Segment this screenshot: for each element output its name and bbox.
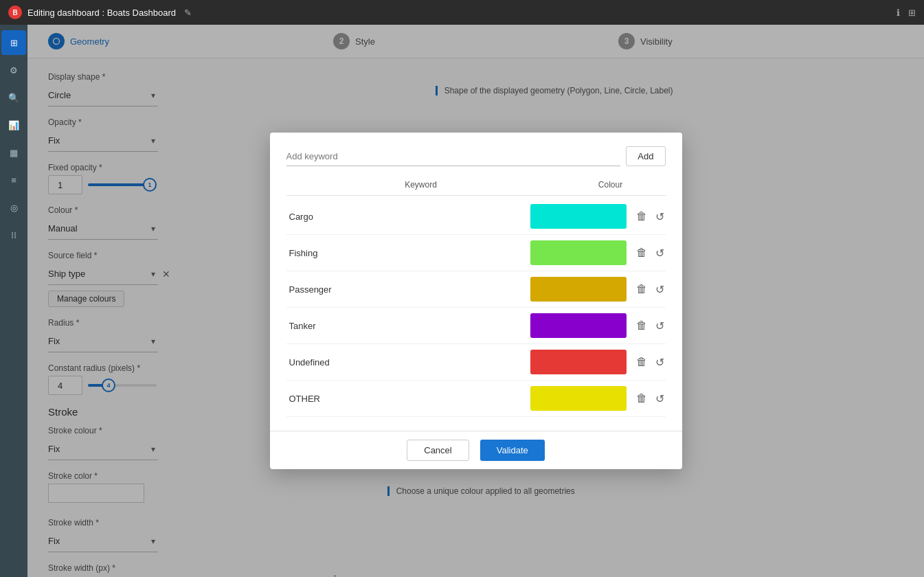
kw-delete-5[interactable]: 🗑 <box>635 391 649 406</box>
main-content: Geometry 2 Style 3 Visibility Display sh… <box>27 25 924 577</box>
kw-delete-2[interactable]: 🗑 <box>635 282 649 297</box>
col-keyword-header: Keyword <box>286 180 556 190</box>
cancel-button[interactable]: Cancel <box>407 440 469 461</box>
kw-color-box-0[interactable] <box>530 204 627 229</box>
kw-actions-0: 🗑 ↺ <box>635 209 666 225</box>
page-title: Editing dashboard : Boats Dashboard <box>27 8 176 18</box>
kw-row-3: Tanker 🗑 ↺ <box>286 308 666 344</box>
edit-icon[interactable]: ✎ <box>184 8 192 18</box>
kw-reset-2[interactable]: ↺ <box>654 282 666 297</box>
modal-footer: Cancel Validate <box>270 431 682 469</box>
keyword-input-row: Add <box>286 146 666 166</box>
kw-actions-2: 🗑 ↺ <box>635 282 666 297</box>
sidebar-item-target[interactable]: ◎ <box>1 195 26 220</box>
kw-actions-5: 🗑 ↺ <box>635 391 666 407</box>
kw-row-4: Undefined 🗑 ↺ <box>286 344 666 381</box>
keyword-rows-container: Cargo 🗑 ↺ Fishing 🗑 ↺ Passenger 🗑 ↺ Tank… <box>286 199 666 417</box>
validate-button[interactable]: Validate <box>480 440 545 461</box>
add-keyword-input[interactable] <box>286 147 621 166</box>
sidebar-item-dashboard[interactable]: ⊞ <box>1 30 26 55</box>
kw-reset-0[interactable]: ↺ <box>654 209 666 225</box>
keyword-colour-modal: Add Keyword Colour Cargo 🗑 ↺ Fishing 🗑 ↺ <box>270 133 682 469</box>
kw-actions-3: 🗑 ↺ <box>635 318 666 334</box>
sidebar-item-settings[interactable]: ⚙ <box>1 58 26 82</box>
kw-label-0: Cargo <box>286 212 530 222</box>
kw-actions-4: 🗑 ↺ <box>635 354 666 370</box>
kw-reset-3[interactable]: ↺ <box>654 318 666 334</box>
sidebar-item-grid[interactable]: ▦ <box>1 140 26 165</box>
top-bar: B Editing dashboard : Boats Dashboard ✎ … <box>0 0 924 25</box>
kw-label-5: OTHER <box>286 394 530 404</box>
kw-color-box-3[interactable] <box>530 313 627 338</box>
sidebar-item-modules[interactable]: ⁞⁞ <box>1 223 26 247</box>
layout: ⊞ ⚙ 🔍 📊 ▦ ≡ ◎ ⁞⁞ Geometry 2 Style 3 Visi… <box>0 25 924 577</box>
kw-delete-4[interactable]: 🗑 <box>635 354 649 370</box>
app-icon: B <box>8 5 22 19</box>
modal-body: Add Keyword Colour Cargo 🗑 ↺ Fishing 🗑 ↺ <box>270 133 682 431</box>
info-icon[interactable]: ℹ <box>897 8 900 18</box>
grid-icon[interactable]: ⊞ <box>908 8 916 18</box>
modal-overlay[interactable]: Add Keyword Colour Cargo 🗑 ↺ Fishing 🗑 ↺ <box>27 25 924 577</box>
kw-label-2: Passenger <box>286 284 530 295</box>
kw-reset-1[interactable]: ↺ <box>654 245 666 261</box>
top-bar-right: ℹ ⊞ <box>897 8 916 18</box>
kw-row-2: Passenger 🗑 ↺ <box>286 271 666 308</box>
kw-reset-5[interactable]: ↺ <box>654 391 666 407</box>
kw-delete-1[interactable]: 🗑 <box>635 245 649 260</box>
kw-delete-3[interactable]: 🗑 <box>635 318 649 333</box>
kw-delete-0[interactable]: 🗑 <box>635 209 649 224</box>
kw-table-header: Keyword Colour <box>286 177 666 196</box>
kw-actions-1: 🗑 ↺ <box>635 245 666 261</box>
kw-label-4: Undefined <box>286 357 530 367</box>
col-colour-header: Colour <box>556 180 666 190</box>
kw-color-box-2[interactable] <box>530 277 627 302</box>
sidebar-item-analytics[interactable]: 📊 <box>1 113 26 137</box>
kw-color-box-5[interactable] <box>530 386 627 411</box>
sidebar-item-search[interactable]: 🔍 <box>1 85 26 110</box>
kw-color-box-1[interactable] <box>530 240 627 265</box>
sidebar-item-layers[interactable]: ≡ <box>1 168 26 192</box>
kw-label-1: Fishing <box>286 248 530 258</box>
kw-row-1: Fishing 🗑 ↺ <box>286 235 666 271</box>
kw-color-box-4[interactable] <box>530 350 627 374</box>
sidebar: ⊞ ⚙ 🔍 📊 ▦ ≡ ◎ ⁞⁞ <box>0 25 27 577</box>
kw-reset-4[interactable]: ↺ <box>654 354 666 370</box>
add-keyword-button[interactable]: Add <box>626 146 665 166</box>
kw-row-0: Cargo 🗑 ↺ <box>286 199 666 235</box>
kw-row-5: OTHER 🗑 ↺ <box>286 381 666 417</box>
kw-label-3: Tanker <box>286 321 530 331</box>
